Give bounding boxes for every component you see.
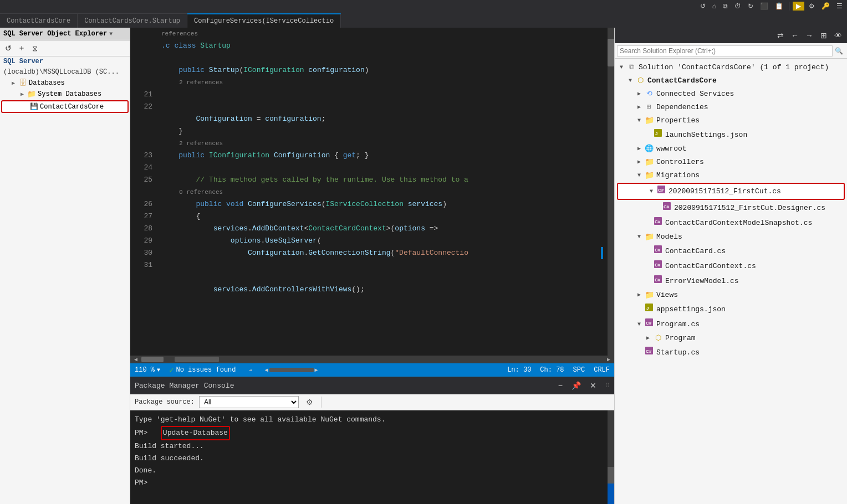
se-contactcard-cs[interactable]: C# ContactCard.cs [615, 244, 847, 259]
views-label: Views [656, 290, 845, 301]
line-ref-2 [135, 40, 152, 52]
views-folder-icon: 📁 [644, 290, 655, 301]
se-preview-btn[interactable]: 👁 [831, 29, 845, 42]
ctrl-label: Controllers [656, 157, 845, 168]
se-sync-btn[interactable]: ⇄ [774, 29, 787, 42]
toolbar-btn-10[interactable]: 🔑 [819, 2, 832, 11]
mig-arrow: ▼ [635, 170, 644, 181]
se-startup-cs[interactable]: C# Startup.cs [615, 345, 847, 360]
pmc-output-4: PM> [135, 477, 610, 489]
tab-configureservices[interactable]: ConfigureServices(IServiceCollectio [187, 13, 341, 28]
se-program-class[interactable]: ▶ ⬡ Program [615, 332, 847, 345]
pmc-output-2: Build succeeded. [135, 452, 610, 465]
ls-icon: J [652, 128, 664, 141]
tab-startup[interactable]: ContactCardsCore.Startup [78, 13, 187, 28]
sql-databases-item[interactable]: ▶ 🗄 Databases [0, 78, 130, 89]
se-search-btn[interactable]: 🔍 [833, 45, 845, 57]
status-zoom[interactable]: 110 % ▼ [135, 366, 160, 374]
code-line-blank1 [161, 52, 603, 64]
pmc-source-label: Package source: [135, 398, 195, 406]
line-num-29: 29 [135, 235, 152, 247]
se-appsettings[interactable]: J appsettings.json [615, 302, 847, 317]
se-models-folder[interactable]: ▼ 📁 Models [615, 230, 847, 244]
se-dependencies[interactable]: ▶ ⊞ Dependencies [615, 101, 847, 114]
se-contactcardcontext[interactable]: C# ContactCardContext.cs [615, 259, 847, 274]
toolbar-btn-3[interactable]: ⧉ [721, 2, 730, 11]
se-controllers[interactable]: ▶ 📁 Controllers [615, 156, 847, 169]
toolbar-btn-11[interactable]: ☰ [834, 2, 845, 11]
fc-icon: C# [656, 185, 667, 198]
sql-refresh-btn[interactable]: ↺ [2, 42, 14, 54]
toolbar-btn-7[interactable]: 📋 [773, 2, 785, 11]
sql-explorer-title: SQL Server Object Explorer [3, 30, 107, 38]
sql-new-btn[interactable]: ＋ [16, 42, 28, 54]
tab-contactcardcore[interactable]: ContactCardsCore [0, 13, 78, 28]
top-toolbar: ↺ ⌂ ⧉ ⏱ ↻ ⬛ 📋 ▶ ⚙ 🔑 ☰ [0, 0, 847, 12]
toolbar-btn-2[interactable]: ⌂ [710, 2, 718, 11]
sql-system-databases[interactable]: ▶ 📁 System Databases [0, 89, 130, 100]
pmc-output-3: Done. [135, 465, 610, 477]
se-wwwroot[interactable]: ▶ 🌐 wwwroot [615, 142, 847, 156]
pmc-close-btn[interactable]: ✕ [588, 380, 599, 391]
status-no-issues: ✓ No issues found [169, 366, 236, 375]
sql-explorer-dropdown-icon[interactable]: ▼ [109, 31, 113, 37]
code-text[interactable]: references .c class Startup public Start… [157, 28, 608, 356]
svg-text:C#: C# [646, 321, 652, 326]
editor-content[interactable]: 21 22 23 24 25 26 27 28 29 30 [130, 28, 614, 356]
cc-icon: C# [652, 245, 664, 258]
se-props-btn[interactable]: ⊞ [817, 29, 830, 42]
zoom-dropdown-icon[interactable]: ▼ [157, 367, 160, 373]
se-solution-root[interactable]: ▼ ⧉ Solution 'ContactCardsCore' (1 of 1 … [615, 61, 847, 74]
toolbar-btn-6[interactable]: ⬛ [758, 2, 771, 11]
deps-arrow: ▶ [635, 102, 644, 113]
arrow-left[interactable]: ◀ [265, 367, 268, 373]
hscroll-right[interactable]: ▶ [603, 356, 614, 363]
svg-text:C#: C# [658, 188, 664, 193]
pmc-out-1: Build started... [135, 442, 204, 450]
pmc-output-1: Build started... [135, 440, 610, 452]
hscroll-left[interactable]: ◀ [130, 356, 141, 363]
se-model-snapshot[interactable]: C# ContactCardContextModelSnapshot.cs [615, 215, 847, 230]
sql-contactcards-db[interactable]: 💾 ContactCardsCore [1, 100, 129, 113]
se-forward-btn[interactable]: → [803, 29, 816, 42]
toolbar-btn-4[interactable]: ⏱ [732, 2, 743, 11]
cs-arrow: ▶ [635, 89, 644, 100]
se-firstcut-cs[interactable]: ▼ C# 20200915171512_FirstCut.cs [617, 183, 845, 200]
sql-connection: (localdb)\MSSQLLocalDB (SC... [0, 66, 130, 78]
status-arrows: ◀ ▶ [265, 367, 318, 373]
st-label: Startup.cs [656, 347, 845, 358]
www-icon: 🌐 [644, 143, 655, 155]
se-search-input[interactable] [617, 45, 833, 56]
spc-label: SPC [573, 366, 585, 374]
se-program-cs[interactable]: ▼ C# Program.cs [615, 317, 847, 332]
pmc-minimize-btn[interactable]: − [556, 380, 565, 391]
se-launchsettings[interactable]: J launchSettings.json [615, 127, 847, 142]
toolbar-btn-1[interactable]: ↺ [698, 2, 708, 11]
as-label: appsettings.json [656, 304, 845, 315]
se-migrations-folder[interactable]: ▼ 📁 Migrations [615, 169, 847, 182]
toolbar-btn-9[interactable]: ⚙ [807, 2, 817, 11]
pmc-console[interactable]: Type 'get-help NuGet' to see all availab… [130, 410, 614, 504]
se-back-btn[interactable]: ← [788, 29, 802, 42]
toolbar-btn-5[interactable]: ↻ [746, 2, 756, 11]
databases-arrow: ▶ [9, 80, 18, 86]
arrow-right[interactable]: ▶ [315, 367, 318, 373]
fcd-icon: C# [661, 202, 672, 214]
se-connected-services[interactable]: ▶ ⟲ Connected Services [615, 88, 847, 101]
no-issues-text: No issues found [176, 366, 236, 374]
se-properties-folder[interactable]: ▼ 📁 Properties [615, 114, 847, 127]
pmc-pin-btn[interactable]: 📌 [569, 380, 583, 391]
se-firstcut-designer[interactable]: C# 20200915171512_FirstCut.Designer.cs [615, 200, 847, 215]
pmc-gear-btn[interactable]: ⚙ [303, 396, 315, 408]
pmc-source-select[interactable]: All [199, 396, 299, 408]
se-errorviewmodel[interactable]: C# ErrorViewModel.cs [615, 274, 847, 289]
se-project-root[interactable]: ▼ ⬡ ContactCardsCore [615, 74, 847, 88]
se-views-folder[interactable]: ▶ 📁 Views [615, 289, 847, 302]
editor-scrollbar[interactable] [608, 28, 614, 356]
evm-label: ErrorViewModel.cs [665, 276, 845, 287]
toolbar-btn-8[interactable]: ▶ [793, 2, 804, 11]
line-num-28: 28 [135, 223, 152, 235]
editor-hscroll[interactable]: ◀ ▶ [130, 356, 614, 363]
sql-filter-btn[interactable]: ⧖ [29, 42, 41, 54]
svg-text:C#: C# [655, 263, 661, 268]
